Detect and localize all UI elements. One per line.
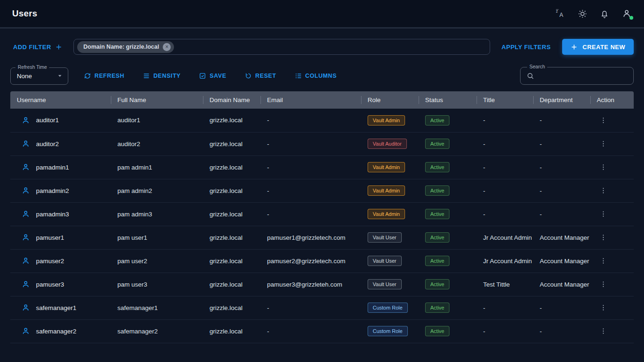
cell-email: - <box>260 319 361 343</box>
cell-action <box>590 296 634 319</box>
cell-department: - <box>533 132 590 155</box>
row-actions-button[interactable] <box>597 208 610 220</box>
cell-status: Active <box>419 273 477 296</box>
status-badge: Active <box>425 326 449 336</box>
cell-department: - <box>533 109 590 132</box>
table-row[interactable]: auditor2auditor2grizzle.local-Vault Audi… <box>10 132 634 155</box>
refresh-icon <box>84 72 91 80</box>
status-badge: Active <box>425 139 449 149</box>
user-icon <box>22 163 30 171</box>
col-title: Title <box>477 91 533 109</box>
density-button[interactable]: DENSITY <box>140 72 183 80</box>
cell-status: Active <box>419 202 477 226</box>
cell-domain: grizzle.local <box>203 319 260 343</box>
cell-action <box>590 249 634 273</box>
create-new-button[interactable]: CREATE NEW <box>562 39 634 55</box>
cell-title: Test Tittle <box>477 273 533 296</box>
cell-domain: grizzle.local <box>203 202 260 226</box>
remove-filter-icon[interactable]: × <box>163 43 171 51</box>
cell-fullname: auditor1 <box>111 109 203 132</box>
cell-domain: grizzle.local <box>203 109 260 132</box>
columns-button[interactable]: COLUMNS <box>292 72 340 80</box>
cell-fullname: pam admin2 <box>111 179 203 202</box>
row-actions-button[interactable] <box>597 185 610 196</box>
cell-status: Active <box>419 179 477 202</box>
user-icon <box>22 210 30 218</box>
cell-department: - <box>533 179 590 202</box>
row-actions-button[interactable] <box>597 325 610 337</box>
row-actions-button[interactable] <box>597 302 610 313</box>
account-icon[interactable] <box>622 8 632 19</box>
table-row[interactable]: pamuser3pam user3grizzle.localpamuser3@g… <box>10 273 634 296</box>
cell-username: pamuser3 <box>10 273 111 296</box>
user-icon <box>22 303 30 312</box>
translate-icon[interactable]: zA <box>555 8 565 19</box>
cell-role: Vault User <box>361 226 419 249</box>
cell-username: safemanager1 <box>10 296 111 319</box>
col-fullname: Full Name <box>111 91 203 109</box>
cell-email: pamuser2@grizzletech.com <box>260 249 361 273</box>
row-actions-button[interactable] <box>597 279 610 290</box>
plus-icon <box>571 44 578 51</box>
online-status-dot <box>630 16 633 20</box>
row-actions-button[interactable] <box>597 138 610 149</box>
refresh-time-select[interactable]: Refresh Time None <box>10 67 68 85</box>
col-action: Action <box>590 91 634 109</box>
cell-role: Vault Admin <box>361 179 419 202</box>
cell-title: - <box>477 319 533 343</box>
refresh-button[interactable]: REFRESH <box>81 72 127 80</box>
col-department: Department <box>533 91 590 109</box>
svg-text:A: A <box>559 12 563 18</box>
users-table: Username Full Name Domain Name Email Rol… <box>10 91 634 343</box>
row-actions-button[interactable] <box>597 232 610 243</box>
add-filter-button[interactable]: ADD FILTER <box>10 43 65 51</box>
cell-title: - <box>477 179 533 202</box>
table-row[interactable]: pamuser2pam user2grizzle.localpamuser2@g… <box>10 249 634 273</box>
cell-fullname: pam user3 <box>111 273 203 296</box>
reset-button[interactable]: RESET <box>242 72 279 80</box>
cell-email: - <box>260 296 361 319</box>
cell-role: Vault Auditor <box>361 132 419 155</box>
svg-text:z: z <box>556 9 558 14</box>
row-actions-button[interactable] <box>597 255 610 266</box>
cell-department: - <box>533 296 590 319</box>
cell-status: Active <box>419 109 477 132</box>
save-button[interactable]: SAVE <box>196 72 229 80</box>
cell-email: - <box>260 109 361 132</box>
table-row[interactable]: safemanager1safemanager1grizzle.local-Cu… <box>10 296 634 319</box>
cell-fullname: auditor2 <box>111 132 203 155</box>
cell-action <box>590 109 634 132</box>
table-row[interactable]: pamuser1pam user1grizzle.localpamuser1@g… <box>10 226 634 249</box>
row-actions-button[interactable] <box>597 162 610 173</box>
create-new-label: CREATE NEW <box>583 44 625 51</box>
density-icon <box>143 72 150 80</box>
table-row[interactable]: pamadmin2pam admin2grizzle.local-Vault A… <box>10 179 634 202</box>
cell-domain: grizzle.local <box>203 249 260 273</box>
status-badge: Active <box>425 115 449 126</box>
username-text: pamadmin3 <box>36 211 69 218</box>
cell-domain: grizzle.local <box>203 155 260 179</box>
filter-row: ADD FILTER Domain Name: grizzle.local × … <box>10 39 634 55</box>
cell-title: - <box>477 296 533 319</box>
table-header: Username Full Name Domain Name Email Rol… <box>10 91 634 109</box>
cell-email: - <box>260 155 361 179</box>
cell-action <box>590 179 634 202</box>
search-input[interactable]: Search <box>520 67 634 85</box>
username-text: auditor1 <box>36 117 59 124</box>
cell-role: Custom Role <box>361 296 419 319</box>
cell-fullname: pam admin3 <box>111 202 203 226</box>
cell-username: auditor2 <box>10 132 111 155</box>
table-row[interactable]: pamadmin1pam admin1grizzle.local-Vault A… <box>10 155 634 179</box>
apply-filters-button[interactable]: APPLY FILTERS <box>499 43 553 51</box>
brightness-icon[interactable] <box>578 9 587 19</box>
cell-department: - <box>533 202 590 226</box>
table-row[interactable]: safemanager2safemanager2grizzle.local-Cu… <box>10 319 634 343</box>
row-actions-button[interactable] <box>597 115 610 126</box>
cell-status: Active <box>419 249 477 273</box>
notifications-icon[interactable] <box>600 9 609 19</box>
col-role: Role <box>361 91 419 109</box>
cell-status: Active <box>419 226 477 249</box>
table-row[interactable]: pamadmin3pam admin3grizzle.local-Vault A… <box>10 202 634 226</box>
table-row[interactable]: auditor1auditor1grizzle.local-Vault Admi… <box>10 109 634 132</box>
cell-email: - <box>260 202 361 226</box>
